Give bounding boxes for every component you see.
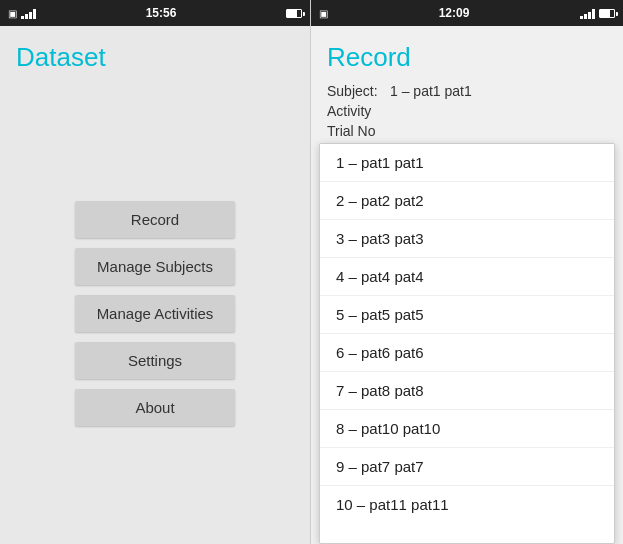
activity-row: Activity — [327, 103, 607, 119]
status-bar-right: ▣ 12:09 — [311, 0, 623, 26]
about-button[interactable]: About — [75, 389, 235, 426]
dropdown-item-5[interactable]: 5 – pat5 pat5 — [320, 296, 614, 334]
subject-label: Subject: — [327, 83, 382, 99]
subject-value: 1 – pat1 pat1 — [390, 83, 472, 99]
dropdown-item-10[interactable]: 10 – pat11 pat11 — [320, 486, 614, 523]
right-signal-icon — [580, 7, 595, 19]
left-right-icons — [286, 9, 302, 18]
manage-subjects-button[interactable]: Manage Subjects — [75, 248, 235, 285]
dropdown-item-3[interactable]: 3 – pat3 pat3 — [320, 220, 614, 258]
right-status-icons: ▣ — [319, 8, 328, 19]
trial-label: Trial No — [327, 123, 382, 139]
settings-button[interactable]: Settings — [75, 342, 235, 379]
manage-activities-button[interactable]: Manage Activities — [75, 295, 235, 332]
left-time: 15:56 — [146, 6, 177, 20]
left-status-icons: ▣ — [8, 7, 36, 19]
app-title: Dataset — [0, 26, 310, 83]
dropdown-item-6[interactable]: 6 – pat6 pat6 — [320, 334, 614, 372]
right-time: 12:09 — [439, 6, 470, 20]
battery-icon-left — [286, 9, 302, 18]
trial-row: Trial No — [327, 123, 607, 139]
right-panel: ▣ 12:09 Record Subject: 1 – pat1 pat1 Ac… — [311, 0, 623, 544]
left-panel: ▣ 15:56 Dataset Record Manage Subjects M… — [0, 0, 311, 544]
signal-icon — [21, 7, 36, 19]
dropdown-item-1[interactable]: 1 – pat1 pat1 — [320, 144, 614, 182]
main-menu: Record Manage Subjects Manage Activities… — [0, 83, 310, 544]
activity-label: Activity — [327, 103, 382, 119]
dropdown-item-9[interactable]: 9 – pat7 pat7 — [320, 448, 614, 486]
dropdown-item-4[interactable]: 4 – pat4 pat4 — [320, 258, 614, 296]
status-bar-left: ▣ 15:56 — [0, 0, 310, 26]
dropdown-item-2[interactable]: 2 – pat2 pat2 — [320, 182, 614, 220]
right-sim-icon: ▣ — [319, 8, 328, 19]
record-form: Subject: 1 – pat1 pat1 Activity Trial No — [311, 83, 623, 139]
sim-icon: ▣ — [8, 8, 17, 19]
right-right-icons — [580, 7, 615, 19]
record-title: Record — [311, 26, 623, 83]
subject-dropdown[interactable]: 1 – pat1 pat1 2 – pat2 pat2 3 – pat3 pat… — [319, 143, 615, 544]
record-button[interactable]: Record — [75, 201, 235, 238]
dropdown-item-7[interactable]: 7 – pat8 pat8 — [320, 372, 614, 410]
dropdown-item-8[interactable]: 8 – pat10 pat10 — [320, 410, 614, 448]
subject-row: Subject: 1 – pat1 pat1 — [327, 83, 607, 99]
battery-icon-right — [599, 9, 615, 18]
